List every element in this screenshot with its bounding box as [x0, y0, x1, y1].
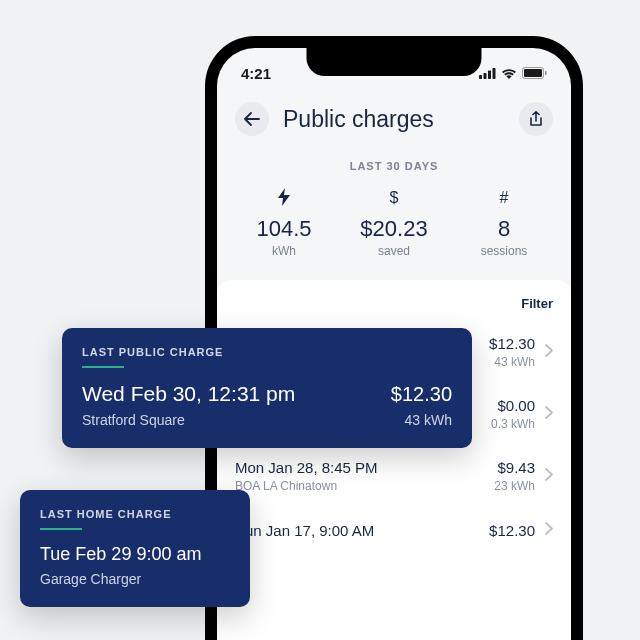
list-item[interactable]: Sun Jan 17, 9:00 AM $12.30: [235, 507, 553, 553]
stat-sessions-value: 8: [449, 216, 559, 242]
stats-row: 104.5 kWh $ $20.23 saved # 8 sessions: [217, 188, 571, 280]
row-kwh: 0.3 kWh: [491, 417, 535, 431]
card-datetime: Wed Feb 30, 12:31 pm: [82, 382, 295, 406]
stat-sessions-label: sessions: [449, 244, 559, 258]
row-kwh: 43 kWh: [489, 355, 535, 369]
row-price: $9.43: [494, 459, 535, 476]
share-button[interactable]: [519, 102, 553, 136]
chevron-right-icon: [545, 343, 553, 361]
card-datetime: Tue Feb 29 9:00 am: [40, 544, 201, 565]
svg-text:#: #: [500, 189, 509, 206]
stat-saved: $ $20.23 saved: [339, 188, 449, 258]
svg-rect-1: [484, 73, 487, 79]
stat-kwh-label: kWh: [229, 244, 339, 258]
row-kwh: 23 kWh: [494, 479, 535, 493]
bolt-icon: [229, 188, 339, 210]
stat-kwh-value: 104.5: [229, 216, 339, 242]
dollar-icon: $: [339, 188, 449, 210]
card-price: $12.30: [391, 383, 452, 406]
row-price: $0.00: [491, 397, 535, 414]
svg-text:$: $: [390, 189, 399, 206]
row-location: BOA LA Chinatown: [235, 479, 378, 493]
battery-icon: [522, 65, 547, 82]
chevron-right-icon: [545, 521, 553, 539]
stat-saved-value: $20.23: [339, 216, 449, 242]
wifi-icon: [501, 65, 517, 82]
card-label: LAST PUBLIC CHARGE: [82, 346, 452, 358]
chevron-right-icon: [545, 467, 553, 485]
card-kwh: 43 kWh: [405, 412, 452, 428]
signal-icon: [479, 65, 496, 82]
hash-icon: #: [449, 188, 559, 210]
row-price: $12.30: [489, 522, 535, 539]
card-location: Garage Charger: [40, 571, 141, 587]
stat-sessions: # 8 sessions: [449, 188, 559, 258]
status-time: 4:21: [241, 65, 271, 82]
chevron-right-icon: [545, 405, 553, 423]
svg-rect-2: [488, 70, 491, 79]
row-datetime: Sun Jan 17, 9:00 AM: [235, 522, 374, 539]
last-home-charge-card: LAST HOME CHARGE Tue Feb 29 9:00 am Gara…: [20, 490, 250, 607]
stat-kwh: 104.5 kWh: [229, 188, 339, 258]
row-datetime: Mon Jan 28, 8:45 PM: [235, 459, 378, 476]
svg-rect-6: [545, 71, 547, 75]
last-public-charge-card: LAST PUBLIC CHARGE Wed Feb 30, 12:31 pm …: [62, 328, 472, 448]
period-label: LAST 30 DAYS: [217, 160, 571, 172]
page-title: Public charges: [283, 106, 434, 133]
svg-rect-5: [524, 69, 542, 77]
card-location: Stratford Square: [82, 412, 185, 428]
svg-rect-0: [479, 75, 482, 79]
list-item[interactable]: Mon Jan 28, 8:45 PM BOA LA Chinatown $9.…: [235, 445, 553, 507]
filter-button[interactable]: Filter: [521, 296, 553, 311]
stat-saved-label: saved: [339, 244, 449, 258]
svg-rect-3: [493, 68, 496, 79]
card-underline: [82, 366, 124, 368]
phone-notch: [307, 48, 482, 76]
row-price: $12.30: [489, 335, 535, 352]
card-underline: [40, 528, 82, 530]
card-label: LAST HOME CHARGE: [40, 508, 230, 520]
page-header: Public charges: [217, 88, 571, 146]
back-button[interactable]: [235, 102, 269, 136]
